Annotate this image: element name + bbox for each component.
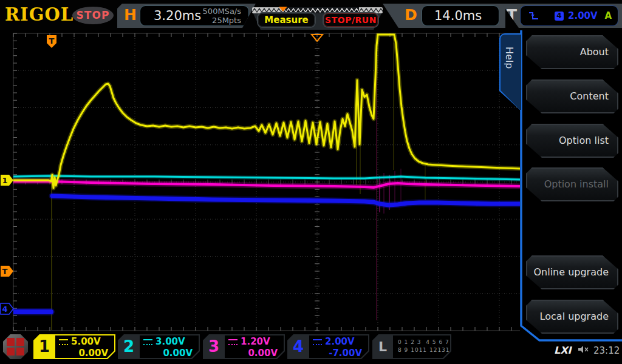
digital-row-1: 0 1 2 3 4 5 6 7 (393, 339, 450, 346)
menu-item-about[interactable]: About (526, 35, 618, 69)
delay-label: D (405, 6, 417, 24)
trigger-level-marker[interactable]: T (1, 266, 13, 277)
trigger-sweep-mode: A (604, 10, 612, 21)
digital-channels-badge[interactable]: L 0 1 2 3 4 5 6 7 8 9 1011 12131415 (372, 334, 451, 359)
menu-item-option-install[interactable]: Option install (526, 167, 618, 201)
channel-2-scale: 3.00V (156, 336, 185, 347)
run-state-badge: STOP (72, 7, 114, 24)
channel-1-scale: 5.00V (71, 336, 101, 347)
channel-3-offset: 0.00V (225, 348, 284, 359)
acquisition-info: 500MSa/s 25Mpts (203, 7, 241, 25)
dc-coupling-icon (313, 339, 322, 345)
channel-4-position-marker[interactable]: 4 (1, 303, 13, 314)
rigol-logo: RIGOL (5, 4, 73, 25)
svg-text:T: T (2, 267, 8, 276)
stop-run-button[interactable]: STOP/RUN (324, 13, 378, 27)
channel-4-scale: 2.00V (325, 336, 355, 347)
delay-settings-box[interactable]: D 14.0ms (383, 4, 505, 28)
memory-depth: 25Mpts (203, 16, 241, 25)
trigger-box[interactable]: 4 2.00V A (520, 5, 618, 26)
channel-4-number: 4 (293, 337, 304, 356)
bottom-bar: 1 5.00V 0.00V 2 3.00V 0.00V 3 1.20V 0.00… (0, 332, 622, 364)
horizontal-label: H (124, 6, 137, 24)
help-menu-panel: Help About Content Option list Option in… (520, 30, 622, 342)
measure-button[interactable]: Measure (258, 13, 315, 27)
menu-item-option-list[interactable]: Option list (526, 124, 618, 158)
oscilloscope-screen: T1T4 RIGOL STOP H 3.20ms 500MSa/s 25Mpts… (0, 0, 622, 364)
timebase-box[interactable]: 3.20ms 500MSa/s 25Mpts (140, 5, 249, 26)
trigger-level-value: 2.00V (568, 10, 598, 21)
clock: 23:12 (593, 345, 620, 356)
dc-coupling-icon (59, 339, 68, 345)
channel-4-badge[interactable]: 4 2.00V -7.00V (287, 334, 369, 359)
memory-position-bar[interactable] (252, 4, 383, 11)
channel-2-offset: 0.00V (140, 348, 199, 359)
sample-rate: 500MSa/s (203, 7, 241, 16)
trigger-position-marker[interactable]: T (47, 35, 56, 48)
trigger-source-badge: 4 (555, 12, 564, 21)
top-bar: RIGOL STOP H 3.20ms 500MSa/s 25Mpts Meas… (0, 0, 622, 30)
falling-edge-trigger-icon (528, 11, 540, 21)
trace-plot (13, 35, 521, 330)
lxi-label: LXI (554, 345, 571, 356)
dc-coupling-icon (143, 339, 152, 345)
delay-box[interactable]: 14.0ms (422, 5, 499, 26)
svg-text:T: T (49, 36, 55, 46)
channel-3-badge[interactable]: 3 1.20V 0.00V (203, 334, 285, 359)
speaker-muted-icon[interactable] (578, 345, 590, 354)
digital-row-2: 8 9 1011 12131415 (393, 346, 450, 354)
channel-1-offset: 0.00V (55, 348, 114, 359)
svg-text:1: 1 (2, 176, 7, 185)
trigger-settings-box[interactable]: T 4 2.00V A (502, 4, 622, 28)
channel-1-number: 1 (39, 337, 50, 356)
delay-value: 14.0ms (434, 8, 482, 23)
svg-text:4: 4 (2, 305, 7, 314)
channel-3-number: 3 (208, 337, 219, 356)
channel-3-scale: 1.20V (241, 336, 270, 347)
help-tab-label: Help (504, 47, 515, 69)
channel-1-position-marker[interactable]: 1 (1, 175, 13, 186)
menu-item-content[interactable]: Content (526, 79, 618, 113)
timebase-value: 3.20ms (154, 8, 201, 23)
menu-item-online-upgrade[interactable]: Online upgrade (526, 255, 618, 289)
channel-1-badge[interactable]: 1 5.00V 0.00V (33, 334, 115, 359)
dc-coupling-icon (228, 339, 238, 345)
ch1-trace (13, 35, 521, 188)
trigger-label: T (507, 6, 517, 24)
channel-2-number: 2 (123, 337, 134, 356)
digital-label: L (372, 334, 393, 359)
channel-4-offset: -7.00V (309, 348, 368, 359)
channel-2-badge[interactable]: 2 3.00V 0.00V (118, 334, 200, 359)
menu-item-local-upgrade[interactable]: Local upgrade (526, 300, 618, 334)
horizontal-settings-box[interactable]: H 3.20ms 500MSa/s 25Mpts (117, 4, 256, 28)
channel-menu-button[interactable] (3, 334, 28, 359)
